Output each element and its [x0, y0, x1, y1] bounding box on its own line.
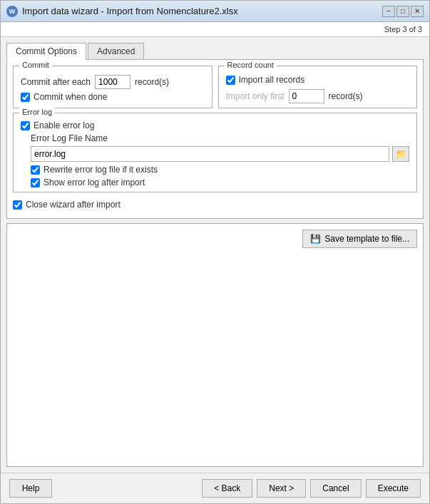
title-bar-buttons: − □ ✕: [382, 6, 424, 17]
tab-panel: Commit Commit after each record(s) Commi…: [6, 60, 424, 219]
close-button[interactable]: ✕: [411, 6, 424, 17]
top-row: Commit Commit after each record(s) Commi…: [13, 66, 417, 108]
commit-when-done-label: Commit when done: [34, 92, 107, 102]
tab-bar: Commit Options Advanced: [6, 43, 424, 60]
error-log-file-section: Error Log File Name 📁 Rewrite error log …: [21, 133, 409, 187]
commit-group: Commit Commit after each record(s) Commi…: [13, 66, 213, 108]
main-window: W Import data wizard - Import from Nomen…: [0, 0, 430, 504]
error-log-group-label: Error log: [19, 108, 55, 116]
commit-when-done-checkbox[interactable]: [21, 93, 30, 102]
window-title: Import data wizard - Import from Nomencl…: [22, 6, 238, 16]
close-wizard-label: Close wizard after import: [26, 200, 121, 210]
error-log-group: Error log Enable error log Error Log Fil…: [13, 113, 417, 192]
file-row: 📁: [31, 146, 409, 162]
restore-button[interactable]: □: [396, 6, 409, 17]
cancel-button[interactable]: Cancel: [310, 479, 361, 498]
tabs-container: Commit Options Advanced Commit Commit af…: [6, 43, 424, 219]
next-button[interactable]: Next >: [257, 479, 306, 498]
close-wizard-row: Close wizard after import: [13, 197, 417, 212]
rewrite-checkbox[interactable]: [31, 165, 40, 175]
close-wizard-checkbox[interactable]: [13, 200, 22, 210]
minimize-button[interactable]: −: [382, 6, 395, 17]
preview-area: 💾 Save template to file...: [6, 223, 424, 467]
import-all-checkbox[interactable]: [226, 76, 235, 85]
enable-error-log-checkbox[interactable]: [21, 121, 30, 130]
footer-right: < Back Next > Cancel Execute: [202, 479, 421, 498]
import-only-input[interactable]: [289, 89, 324, 103]
import-only-row: Import only first record(s): [226, 89, 410, 103]
import-all-row: Import all records: [226, 75, 410, 85]
show-error-log-row: Show error log after import: [31, 178, 409, 187]
folder-icon: 📁: [396, 149, 406, 159]
commit-after-label: Commit after each: [21, 77, 91, 87]
record-count-group-label: Record count: [225, 61, 277, 69]
back-button[interactable]: < Back: [202, 479, 252, 498]
file-browse-button[interactable]: 📁: [392, 146, 409, 162]
title-bar-left: W Import data wizard - Import from Nomen…: [6, 6, 238, 17]
save-template-button[interactable]: 💾 Save template to file...: [302, 230, 417, 248]
footer: Help < Back Next > Cancel Execute: [1, 473, 429, 503]
footer-left: Help: [9, 479, 52, 498]
commit-value-input[interactable]: [95, 75, 130, 89]
commit-group-label: Commit: [19, 61, 52, 69]
rewrite-row: Rewrite error log file if it exists: [31, 165, 409, 175]
tab-advanced[interactable]: Advanced: [88, 43, 144, 59]
file-name-label: Error Log File Name: [31, 133, 108, 143]
import-only-unit: record(s): [329, 91, 363, 101]
import-only-label: Import only first: [226, 91, 285, 101]
execute-button[interactable]: Execute: [366, 479, 421, 498]
app-icon: W: [6, 6, 18, 17]
content-area: Commit Options Advanced Commit Commit af…: [1, 37, 429, 473]
file-name-label-row: Error Log File Name: [31, 133, 409, 143]
save-template-label: Save template to file...: [324, 234, 409, 244]
save-icon: 💾: [310, 234, 321, 244]
help-button[interactable]: Help: [9, 479, 52, 498]
step-bar: Step 3 of 3: [1, 22, 429, 37]
tab-commit-options[interactable]: Commit Options: [6, 43, 86, 60]
commit-after-row: Commit after each record(s): [21, 75, 205, 89]
show-error-log-checkbox[interactable]: [31, 178, 40, 187]
import-all-label: Import all records: [239, 75, 305, 85]
enable-error-log-label: Enable error log: [34, 120, 94, 130]
step-label: Step 3 of 3: [384, 25, 422, 34]
rewrite-label: Rewrite error log file if it exists: [43, 165, 158, 175]
title-bar: W Import data wizard - Import from Nomen…: [1, 1, 429, 22]
record-unit-label: record(s): [135, 77, 169, 87]
error-log-file-input[interactable]: [31, 146, 389, 162]
enable-error-log-row: Enable error log: [21, 120, 409, 130]
commit-when-done-row: Commit when done: [21, 92, 205, 102]
record-count-group: Record count Import all records Import o…: [218, 66, 418, 108]
show-error-log-label: Show error log after import: [43, 178, 145, 187]
